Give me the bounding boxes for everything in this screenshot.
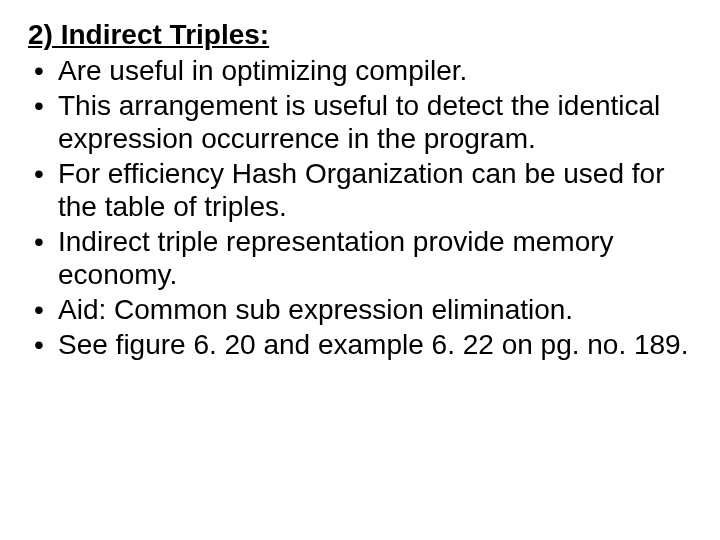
list-item: Are useful in optimizing compiler.	[28, 54, 692, 87]
list-item: Indirect triple representation provide m…	[28, 225, 692, 291]
list-item: See figure 6. 20 and example 6. 22 on pg…	[28, 328, 692, 361]
list-item: Aid: Common sub expression elimination.	[28, 293, 692, 326]
bullet-list: Are useful in optimizing compiler. This …	[28, 54, 692, 361]
slide-heading: 2) Indirect Triples:	[28, 18, 692, 52]
list-item: For efficiency Hash Organization can be …	[28, 157, 692, 223]
list-item: This arrangement is useful to detect the…	[28, 89, 692, 155]
slide: 2) Indirect Triples: Are useful in optim…	[0, 0, 720, 540]
